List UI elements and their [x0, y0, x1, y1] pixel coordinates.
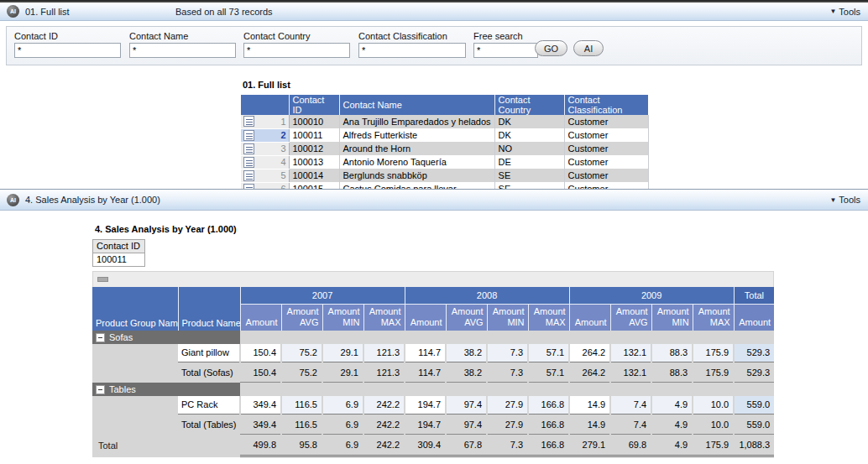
- subtotal-value: 6.9: [322, 414, 363, 435]
- subtotal-value: 75.2: [281, 362, 322, 383]
- year-header-2008: 2008: [405, 287, 569, 304]
- group-name: Sofas: [109, 332, 133, 342]
- table-row-selected[interactable]: 2 100011 Alfreds Futterkiste DK Customer: [241, 128, 648, 142]
- cell-classification: Customer: [564, 128, 648, 142]
- measure-header: Amount MAX: [528, 304, 569, 331]
- pivot-value-cell: 57.1: [528, 344, 569, 362]
- contacts-table-header-row: Contact ID Contact Name Contact Country …: [241, 95, 648, 115]
- row-detail-icon[interactable]: [243, 157, 254, 168]
- pivot-value-cell: 7.4: [610, 396, 651, 414]
- table-row[interactable]: 3 100012 Around the Horn NO Customer: [241, 142, 648, 155]
- panel1-tools-menu[interactable]: ▼ Tools: [829, 7, 860, 17]
- subtotal-label: Total (Tables): [178, 414, 240, 435]
- go-button[interactable]: GO: [535, 40, 567, 56]
- filter-contact-classification-input[interactable]: [358, 43, 466, 58]
- rowhead-product-group: Product Group Name: [92, 287, 178, 331]
- subtotal-value: 14.9: [569, 414, 610, 435]
- collapse-group-icon[interactable]: [96, 385, 105, 394]
- pivot-table: Product Group Name Product Name 2007 200…: [92, 287, 774, 457]
- cell-contact-name: Around the Horn: [339, 142, 494, 155]
- cell-classification: Customer: [564, 115, 648, 128]
- pivot-minimize-icon[interactable]: [97, 277, 108, 282]
- cell-classification: Customer: [564, 155, 648, 169]
- pivot-product-row: Giant pillow 150.4 75.2 29.1 121.3 114.7…: [92, 344, 774, 362]
- panel1-header-bar: AI 01. Full list Based on all 73 records…: [0, 3, 868, 21]
- col-header-contact-id[interactable]: Contact ID: [289, 95, 339, 115]
- cell-country: NO: [494, 142, 564, 155]
- cell-contact-name: Alfreds Futterkiste: [339, 128, 494, 142]
- subtotal-value: 7.3: [487, 362, 528, 383]
- pivot-value-cell: 6.9: [322, 396, 363, 414]
- window-top-edge: [0, 0, 868, 3]
- cell-contact-name: Cactus Comidas para llevar: [339, 182, 494, 189]
- subtotal-label: Total (Sofas): [178, 362, 240, 383]
- row-detail-icon[interactable]: [243, 116, 254, 127]
- rowhead-product-name: Product Name: [178, 287, 240, 331]
- measure-header: Amount: [569, 304, 610, 331]
- subtotal-total-value: 529.3: [734, 362, 774, 383]
- measure-header: Amount AVG: [281, 304, 322, 331]
- subtotal-value: 114.7: [405, 362, 446, 383]
- filter-contact-name: Contact Name: [129, 31, 236, 58]
- subtotal-value: 10.0: [693, 414, 734, 435]
- table-row[interactable]: 5 100014 Berglunds snabbköp SE Customer: [241, 169, 648, 182]
- subtotal-value: 242.2: [363, 414, 405, 435]
- measure-header: Amount AVG: [610, 304, 651, 331]
- pivot-value-cell: 264.2: [569, 344, 610, 362]
- filter-contact-id-input[interactable]: [14, 43, 121, 58]
- free-search-input[interactable]: [473, 43, 538, 58]
- panel1-records-info: Based on all 73 records: [175, 7, 273, 17]
- measure-header: Amount MAX: [363, 304, 405, 331]
- panel1-title: 01. Full list: [25, 7, 70, 17]
- pivot-value-cell: 27.9: [487, 396, 528, 414]
- total-measure-header: Amount: [734, 304, 774, 331]
- measure-header: Amount AVG: [446, 304, 487, 331]
- filter-contact-name-input[interactable]: [129, 43, 236, 58]
- grand-total-value: 499.8: [240, 435, 281, 456]
- panel2-tools-menu[interactable]: ▼ Tools: [829, 195, 860, 205]
- cell-contact-id: 100012: [289, 142, 339, 155]
- pivot-value-cell: 121.3: [363, 344, 405, 362]
- row-number: 2: [280, 130, 285, 140]
- group-row-sofas: Sofas: [92, 331, 774, 344]
- cell-contact-id: 100011: [289, 128, 339, 142]
- measure-header: Amount MIN: [487, 304, 528, 331]
- filter-contact-country-input[interactable]: [243, 43, 350, 58]
- col-header-contact-country[interactable]: Contact Country: [494, 95, 564, 115]
- filter-contact-classification-label: Contact Classification: [358, 31, 466, 41]
- pivot-value-cell: 116.5: [281, 396, 322, 414]
- table-row[interactable]: 1 100010 Ana Trujillo Emparedados y hela…: [241, 115, 648, 128]
- col-header-contact-classification[interactable]: Contact Classification: [564, 95, 648, 115]
- pivot-value-cell: 175.9: [693, 344, 734, 362]
- cell-contact-id: 100015: [289, 182, 339, 189]
- product-name-cell: Giant pillow: [178, 344, 240, 362]
- subtotal-value: 132.1: [610, 362, 651, 383]
- table-row[interactable]: 4 100013 Antonio Moreno Taquería DE Cust…: [241, 155, 648, 169]
- row-detail-icon[interactable]: [243, 130, 254, 141]
- grand-total-value: 67.8: [446, 435, 487, 456]
- tools-label: Tools: [839, 7, 860, 17]
- year-header-2009: 2009: [569, 287, 734, 304]
- pivot-value-cell: 38.2: [446, 344, 487, 362]
- product-name-cell: PC Rack: [178, 396, 240, 414]
- panel-sales-analysis: AI 4. Sales Analysis by Year (1.000) ▼ T…: [0, 189, 868, 464]
- pivot-value-cell: 166.8: [528, 396, 569, 414]
- ai-button[interactable]: AI: [573, 40, 604, 56]
- subtotal-total-value: 559.0: [734, 414, 774, 435]
- cell-country: SE: [494, 182, 564, 189]
- subtotal-value: 27.9: [487, 414, 528, 435]
- param-value: 100011: [93, 253, 145, 267]
- row-detail-icon[interactable]: [243, 170, 254, 181]
- table-row[interactable]: 6 100015 Cactus Comidas para llevar SE C…: [241, 182, 648, 189]
- panel2-header-bar: AI 4. Sales Analysis by Year (1.000) ▼ T…: [0, 189, 868, 211]
- col-header-contact-name[interactable]: Contact Name: [339, 95, 494, 115]
- cell-country: DK: [494, 115, 564, 128]
- cell-classification: Customer: [564, 169, 648, 182]
- collapse-group-icon[interactable]: [96, 333, 105, 342]
- filter-contact-id-label: Contact ID: [14, 31, 121, 41]
- row-number: 4: [280, 157, 285, 167]
- gutter-header: [241, 95, 289, 115]
- row-detail-icon[interactable]: [243, 143, 254, 154]
- measure-header: Amount MIN: [322, 304, 363, 331]
- cell-contact-id: 100014: [289, 169, 339, 182]
